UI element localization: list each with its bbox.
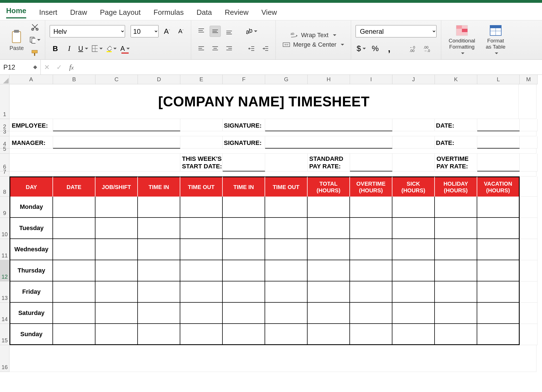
cell[interactable] — [265, 218, 308, 239]
day-cell-tuesday[interactable]: Tuesday — [9, 218, 53, 239]
cell[interactable] — [138, 260, 180, 281]
cell[interactable] — [308, 239, 350, 260]
col-header-D[interactable]: D — [138, 75, 180, 84]
cell[interactable] — [53, 324, 95, 345]
th-vacation[interactable]: VACATION (HOURS) — [477, 176, 520, 197]
cell[interactable] — [95, 197, 138, 218]
date-label-2[interactable]: DATE: — [435, 136, 477, 149]
shrink-font-button[interactable]: Aˇ — [175, 26, 186, 37]
cell[interactable] — [477, 260, 520, 281]
col-header-F[interactable]: F — [223, 75, 265, 84]
col-header-M[interactable]: M — [520, 75, 538, 84]
cell[interactable] — [350, 324, 392, 345]
signature-label-1[interactable]: SIGNATURE: — [223, 119, 265, 131]
cell[interactable] — [477, 218, 520, 239]
cell[interactable] — [350, 197, 392, 218]
tab-review[interactable]: Review — [225, 8, 248, 17]
cell[interactable] — [53, 303, 95, 324]
day-cell-saturday[interactable]: Saturday — [9, 303, 53, 324]
cell[interactable] — [9, 171, 536, 176]
align-middle-button[interactable] — [210, 26, 221, 37]
th-total[interactable]: TOTAL (HOURS) — [308, 176, 350, 197]
comma-button[interactable]: , — [383, 43, 395, 54]
cell[interactable] — [392, 119, 435, 131]
increase-indent-button[interactable] — [260, 43, 271, 54]
cell[interactable] — [392, 303, 435, 324]
cell[interactable] — [520, 281, 538, 303]
copy-button[interactable] — [29, 34, 40, 46]
week-start-label[interactable]: THIS WEEK'S START DATE: — [180, 154, 223, 171]
col-header-H[interactable]: H — [308, 75, 350, 84]
tab-draw[interactable]: Draw — [70, 8, 87, 17]
row-header-15[interactable]: 15 — [0, 324, 9, 345]
th-holiday[interactable]: HOLIDAY (HOURS) — [435, 176, 477, 197]
th-day[interactable]: DAY — [9, 176, 53, 197]
cell[interactable] — [392, 136, 435, 149]
select-all-corner[interactable] — [0, 75, 9, 84]
cell[interactable] — [223, 303, 265, 324]
tab-data[interactable]: Data — [196, 8, 212, 17]
cell[interactable] — [138, 239, 180, 260]
format-painter-button[interactable] — [29, 47, 40, 58]
overtime-rate-value[interactable] — [477, 154, 520, 171]
formula-input[interactable] — [78, 60, 542, 75]
cell[interactable] — [265, 239, 308, 260]
tab-view[interactable]: View — [262, 8, 277, 17]
cell[interactable] — [435, 324, 477, 345]
cell[interactable] — [138, 324, 180, 345]
cell[interactable] — [265, 281, 308, 303]
date-value-2[interactable] — [477, 136, 520, 149]
sheet-title[interactable]: [COMPANY NAME] TIMESHEET — [9, 84, 519, 119]
merge-center-button[interactable]: Merge & Center — [280, 40, 346, 49]
underline-button[interactable]: U — [78, 43, 89, 54]
cell[interactable] — [392, 218, 435, 239]
wrap-text-button[interactable]: ab Wrap Text — [280, 30, 346, 40]
cell[interactable] — [520, 303, 538, 324]
cell[interactable] — [223, 260, 265, 281]
th-date[interactable]: DATE — [53, 176, 95, 197]
align-right-button[interactable] — [224, 43, 235, 54]
row-header-8[interactable]: 8 — [0, 176, 9, 197]
cell[interactable] — [520, 218, 538, 239]
day-cell-wednesday[interactable]: Wednesday — [9, 239, 53, 260]
cell[interactable] — [435, 239, 477, 260]
th-timein2[interactable]: TIME IN — [223, 176, 265, 197]
align-bottom-button[interactable] — [224, 26, 235, 37]
day-cell-friday[interactable]: Friday — [9, 281, 53, 303]
th-ot[interactable]: OVERTIME (HOURS) — [350, 176, 392, 197]
cell[interactable] — [520, 260, 538, 281]
cell[interactable] — [180, 324, 223, 345]
day-cell-thursday[interactable]: Thursday — [9, 260, 53, 281]
cell[interactable] — [265, 260, 308, 281]
cell[interactable] — [308, 197, 350, 218]
cell[interactable] — [392, 197, 435, 218]
cell[interactable] — [138, 303, 180, 324]
row-header-1[interactable]: 1 — [0, 84, 9, 119]
cell[interactable] — [392, 154, 435, 171]
day-cell-monday[interactable]: Monday — [9, 197, 53, 218]
col-header-C[interactable]: C — [95, 75, 138, 84]
row-header-9[interactable]: 9 — [0, 197, 9, 218]
row-header-12[interactable]: 12 — [0, 260, 9, 281]
th-job[interactable]: JOB/SHIFT — [95, 176, 138, 197]
signature-value-1[interactable] — [265, 119, 392, 131]
grow-font-button[interactable]: Aˆ — [161, 26, 172, 37]
cell[interactable] — [180, 119, 223, 131]
col-header-L[interactable]: L — [477, 75, 520, 84]
employee-value[interactable] — [53, 119, 180, 131]
enter-formula-button[interactable]: ✓ — [53, 63, 65, 71]
cell[interactable] — [223, 281, 265, 303]
cell[interactable] — [308, 281, 350, 303]
cell[interactable] — [520, 119, 538, 131]
cell[interactable] — [477, 303, 520, 324]
day-cell-sunday[interactable]: Sunday — [9, 324, 53, 345]
tab-page-layout[interactable]: Page Layout — [100, 8, 141, 17]
signature-value-2[interactable] — [265, 136, 392, 149]
cell[interactable] — [477, 239, 520, 260]
date-value-1[interactable] — [477, 119, 520, 131]
cell[interactable] — [520, 176, 538, 197]
cell[interactable] — [223, 197, 265, 218]
cell[interactable] — [392, 281, 435, 303]
col-header-K[interactable]: K — [435, 75, 477, 84]
cell[interactable] — [95, 218, 138, 239]
